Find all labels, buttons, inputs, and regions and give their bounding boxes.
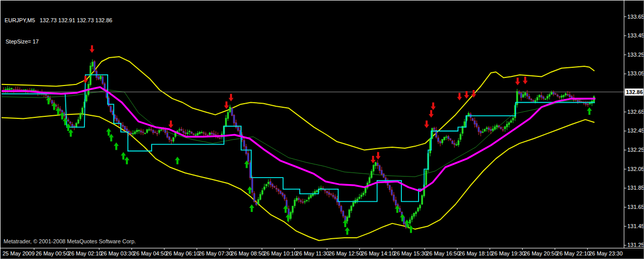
candle-body (149, 130, 150, 131)
candle-body (244, 140, 245, 146)
candle-body (272, 184, 273, 187)
sell-signal-arrow-icon (228, 94, 234, 102)
candle-body (545, 99, 546, 100)
candle-body (381, 170, 383, 175)
candle-body (76, 123, 77, 127)
candle-body (335, 197, 336, 199)
candle-body (472, 118, 474, 120)
time-tick-label: 26 May 15:30 (394, 250, 428, 256)
sell-signal-arrow-icon (515, 78, 520, 85)
candle-body (179, 130, 180, 131)
candle-body (438, 138, 439, 142)
candle-body (480, 131, 482, 133)
candle-body (571, 96, 573, 98)
candle-body (557, 95, 559, 96)
candle-body (430, 139, 431, 153)
price-tick-label: 133.05 (627, 70, 644, 76)
candle-body (486, 128, 488, 129)
candle-body (474, 121, 476, 124)
time-tick-label: 26 May 16:50 (426, 250, 460, 256)
candle-body (559, 97, 561, 98)
candle-body (482, 132, 484, 133)
candle-body (306, 200, 308, 201)
candle-body (561, 96, 563, 98)
candle-body (193, 134, 195, 135)
sell-signal-arrow-icon (429, 110, 434, 118)
candle-body (169, 137, 170, 140)
candle-body (395, 200, 397, 205)
metatrader-chart-window: EURJPY,M5 132.73 132.91 132.73 132.86 St… (0, 0, 644, 259)
candle-body (353, 202, 354, 206)
candle-body (191, 132, 193, 134)
candle-body (280, 191, 282, 194)
candle-body (122, 125, 124, 126)
candle-body (195, 135, 197, 136)
candle-body (454, 143, 455, 145)
candle-body (139, 131, 140, 132)
time-tick-label: 26 May 14:10 (361, 250, 395, 256)
candle-body (234, 115, 235, 123)
candle-body (339, 202, 340, 205)
time-tick-label: 26 May 02:10 (68, 250, 102, 256)
sell-signal-arrow-icon (424, 120, 429, 128)
candle-body (45, 95, 47, 96)
candle-body (31, 90, 33, 91)
candle-body (456, 145, 457, 146)
candle-body (94, 62, 96, 72)
candle-body (551, 93, 553, 95)
candle-body (215, 135, 217, 136)
candle-body (535, 100, 536, 102)
candle-body (114, 115, 116, 119)
candle-body (325, 190, 326, 191)
candle-body (199, 132, 201, 134)
sell-signal-arrow-icon (168, 120, 173, 128)
candle-body (488, 127, 490, 130)
candle-body (155, 132, 156, 133)
candle-body (537, 98, 538, 100)
candle-body (132, 134, 134, 135)
candle-body (416, 212, 417, 214)
price-tick-label: 133.25 (627, 52, 644, 58)
candle-body (448, 137, 449, 139)
candle-body (181, 129, 182, 131)
candle-body (369, 178, 371, 183)
candle-body (161, 130, 162, 131)
candle-body (585, 103, 587, 104)
sell-signal-arrow-icon (376, 152, 381, 159)
candle-body (420, 205, 421, 208)
candle-body (440, 142, 441, 143)
candle-body (393, 195, 395, 200)
candle-body (442, 140, 443, 143)
price-tick-label: 132.05 (627, 166, 644, 172)
candle-body (15, 89, 17, 90)
candle-body (136, 130, 138, 132)
candle-body (78, 120, 79, 123)
candle-body (316, 191, 318, 192)
candle-body (278, 190, 280, 192)
candle-body (494, 126, 496, 129)
candle-body (256, 202, 257, 204)
candle-body (124, 126, 126, 130)
candle-body (229, 107, 231, 112)
candle-body (371, 171, 373, 178)
candle-body (296, 198, 298, 201)
candle-body (92, 62, 94, 67)
buy-signal-arrow-icon (106, 128, 111, 136)
candle-body (349, 210, 350, 218)
sell-signal-arrow-icon (83, 76, 88, 83)
sell-signal-arrow-icon (431, 103, 436, 110)
buy-signal-arrow-icon (345, 227, 350, 235)
copyright-label: Metatrader, © 2001-2008 MetaQuotes Softw… (4, 238, 136, 244)
candle-body (187, 133, 189, 134)
candle-body (357, 199, 358, 201)
time-tick-label: 26 May 06:10 (166, 250, 200, 256)
candle-body (143, 132, 144, 133)
candle-body (498, 125, 500, 127)
price-axis: 133.65133.45133.25133.05132.65132.45132.… (626, 1, 644, 248)
candle-body (252, 179, 253, 193)
candle-body (373, 165, 375, 171)
candle-body (240, 131, 241, 135)
candle-body (525, 93, 526, 95)
candle-body (490, 129, 492, 131)
candle-body (219, 138, 221, 139)
